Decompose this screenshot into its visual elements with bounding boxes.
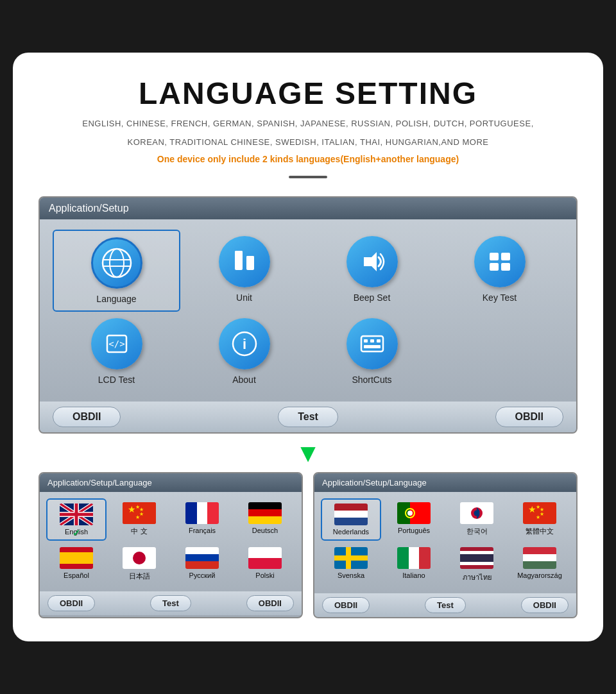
left-footer-test[interactable]: Test (150, 595, 191, 611)
lang-french[interactable]: Français (172, 498, 232, 541)
svg-rect-80 (523, 547, 556, 555)
page-title: LANGUAGE SETTING (38, 76, 578, 111)
flag-trad-china: ★ ★ ★ ★ ★ (523, 502, 556, 524)
svg-rect-17 (361, 336, 383, 351)
svg-rect-75 (460, 547, 493, 551)
lang-trad-chinese-name: 繁體中文 (526, 527, 554, 536)
lang-japanese-name: 日本語 (129, 571, 150, 581)
lang-chinese-name: 中 文 (131, 527, 147, 536)
right-footer-test[interactable]: Test (425, 597, 466, 613)
flag-poland (248, 547, 282, 569)
lang-spanish[interactable]: Español (46, 543, 107, 585)
flag-thai (460, 547, 493, 569)
lang-polish[interactable]: Polski (235, 543, 295, 585)
svg-rect-72 (397, 547, 409, 569)
svg-text:★: ★ (540, 511, 544, 517)
key-test-label: Key Test (483, 292, 517, 303)
svg-rect-45 (60, 564, 93, 569)
lang-portuguese[interactable]: Português (384, 498, 444, 541)
about-label: About (232, 375, 256, 385)
left-footer-obdii-l[interactable]: OBDII (47, 595, 95, 611)
flag-hungary (523, 547, 556, 569)
icon-beep-set[interactable]: Beep Set (308, 230, 436, 312)
svg-text:★: ★ (139, 511, 144, 517)
icon-shortcuts[interactable]: ShortCuts (308, 312, 436, 391)
lang-korean[interactable]: 한국어 (447, 498, 507, 541)
about-icon: i (219, 318, 270, 369)
icon-language[interactable]: Language (53, 230, 180, 312)
svg-text:★: ★ (536, 514, 540, 520)
lang-russian[interactable]: Русский (172, 543, 232, 585)
lang-portuguese-name: Português (398, 527, 430, 534)
lang-hungarian[interactable]: Magyarország (509, 543, 570, 587)
svg-rect-76 (460, 551, 493, 554)
svg-rect-21 (364, 345, 381, 348)
lang-italian[interactable]: Italiano (384, 543, 444, 587)
down-arrow: ▼ (38, 440, 578, 466)
right-footer-obdii-l[interactable]: OBDII (322, 597, 370, 613)
svg-rect-10 (501, 253, 510, 260)
lcd-test-label: LCD Test (98, 375, 135, 385)
lang-russian-name: Русский (189, 571, 216, 579)
main-footer-obdii-left[interactable]: OBDII (53, 407, 121, 427)
svg-rect-41 (248, 509, 282, 517)
icon-about[interactable]: i About (180, 312, 308, 391)
svg-rect-71 (334, 555, 368, 561)
lang-spanish-name: Español (64, 571, 89, 579)
flag-spain (60, 547, 93, 569)
main-footer-test[interactable]: Test (278, 407, 338, 427)
main-panel-header: Application/Setup (40, 198, 576, 219)
lang-polish-name: Polski (255, 571, 274, 579)
svg-rect-82 (523, 561, 556, 569)
svg-rect-5 (235, 251, 243, 257)
flag-sweden (334, 547, 368, 569)
flag-uk (60, 504, 93, 525)
svg-rect-39 (207, 502, 219, 524)
svg-rect-11 (490, 263, 499, 271)
beep-set-icon (346, 236, 398, 287)
svg-rect-49 (185, 554, 219, 562)
lang-swedish[interactable]: Svenska (321, 543, 381, 587)
unit-label: Unit (236, 292, 252, 303)
beep-set-label: Beep Set (354, 292, 391, 303)
lang-panel-right-footer: OBDII Test OBDII (314, 593, 576, 617)
flag-netherlands (334, 504, 368, 525)
svg-rect-78 (460, 562, 493, 565)
lang-thai[interactable]: ภาษาไทย (447, 543, 507, 587)
lang-thai-name: ภาษาไทย (463, 571, 492, 583)
icon-unit[interactable]: Unit (180, 230, 308, 312)
flag-russia (185, 547, 219, 569)
left-footer-obdii-r[interactable]: OBDII (246, 595, 294, 611)
lang-english[interactable]: English ✓ (46, 498, 107, 541)
svg-rect-74 (419, 547, 431, 569)
lang-korean-name: 한국어 (466, 527, 488, 536)
lang-german[interactable]: Deutsch (235, 498, 295, 541)
shortcuts-icon (346, 318, 398, 369)
main-footer-obdii-right[interactable]: OBDII (495, 407, 563, 427)
flag-portugal (397, 502, 431, 524)
right-footer-obdii-r[interactable]: OBDII (521, 597, 569, 613)
icon-lcd-test[interactable]: </> LCD Test (53, 312, 180, 391)
svg-rect-7 (246, 256, 254, 261)
svg-rect-77 (460, 554, 493, 562)
language-panels: Application/Setup/Language (38, 472, 578, 618)
svg-rect-44 (60, 552, 93, 564)
lang-chinese[interactable]: ★ ★ ★ ★ ★ 中 文 (109, 498, 169, 541)
icon-key-test[interactable]: Key Test (436, 230, 563, 312)
lang-japanese[interactable]: 日本語 (109, 543, 169, 585)
unit-icon (219, 236, 270, 287)
svg-rect-9 (490, 253, 499, 260)
lang-dutch-name: Nederlands (333, 528, 369, 536)
svg-rect-20 (377, 339, 381, 343)
svg-text:</>: </> (108, 339, 124, 349)
lang-trad-chinese[interactable]: ★ ★ ★ ★ ★ 繁體中文 (509, 498, 570, 541)
svg-point-1 (110, 249, 124, 277)
lang-dutch[interactable]: Nederlands (321, 498, 381, 541)
lang-panel-left-footer: OBDII Test OBDII (40, 591, 302, 615)
flag-japan (123, 547, 156, 569)
flag-italy (397, 547, 431, 569)
main-panel-footer: OBDII Test OBDII (40, 402, 576, 432)
svg-rect-18 (364, 339, 368, 343)
svg-rect-54 (334, 511, 368, 518)
svg-rect-79 (460, 565, 493, 569)
